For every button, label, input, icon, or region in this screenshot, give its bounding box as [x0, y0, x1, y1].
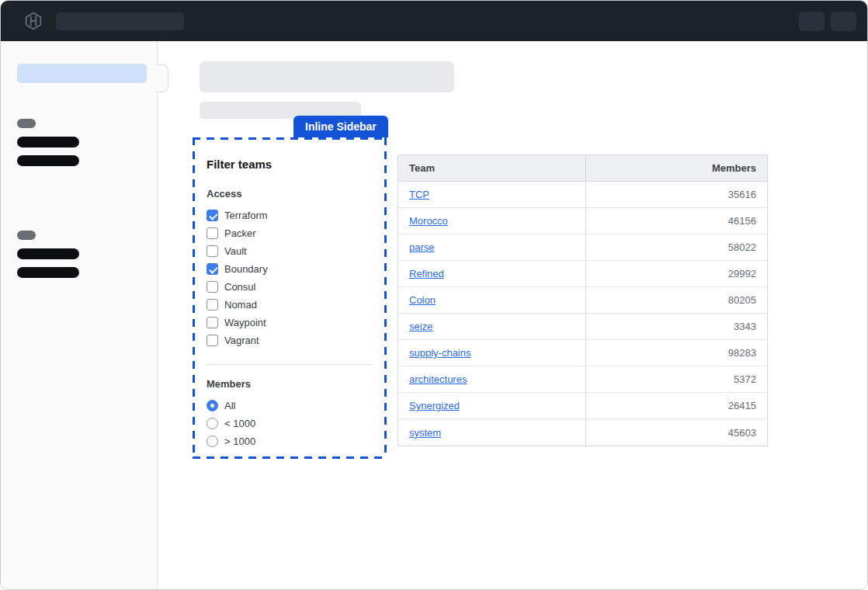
team-link[interactable]: Morocco — [409, 215, 448, 227]
members-options: All < 1000 > 1000 — [207, 397, 373, 450]
checkbox-label: Packer — [224, 227, 255, 239]
team-cell: Morocco — [398, 208, 585, 234]
access-checkbox-option[interactable]: Boundary — [207, 260, 373, 278]
table-row: Synergized 26415 — [398, 393, 767, 419]
member-count: 58022 — [585, 234, 767, 260]
team-link[interactable]: parse — [409, 241, 435, 253]
checkbox-label: Waypoint — [224, 317, 266, 328]
member-count: 3343 — [585, 314, 767, 339]
access-checkbox-option[interactable]: Consul — [207, 278, 373, 296]
nav-search-skeleton — [56, 12, 184, 30]
radio-icon[interactable] — [207, 436, 218, 447]
page-title-skeleton — [200, 61, 454, 92]
team-link[interactable]: system — [409, 427, 441, 439]
checkbox-label: Vagrant — [224, 335, 259, 346]
access-group-label: Access — [207, 188, 373, 200]
table-row: system 45603 — [398, 419, 767, 446]
checkbox-icon[interactable] — [207, 335, 218, 346]
member-count: 26415 — [585, 393, 767, 418]
member-count: 80205 — [585, 287, 767, 313]
checkbox-icon[interactable] — [207, 263, 218, 275]
access-checkbox-option[interactable]: Nomad — [207, 296, 373, 314]
annotation-badge: Inline Sidebar — [293, 116, 388, 137]
checkbox-label: Nomad — [224, 299, 257, 311]
checkbox-label: Vault — [224, 245, 247, 257]
sidebar-section-label-skeleton — [17, 119, 36, 128]
team-cell: supply-chains — [398, 340, 585, 366]
member-count: 45603 — [585, 419, 767, 446]
radio-label: > 1000 — [224, 436, 255, 447]
team-cell: Synergized — [398, 393, 585, 418]
sidebar-item-skeleton — [17, 137, 79, 148]
team-cell: TCP — [398, 182, 585, 207]
table-row: Morocco 46156 — [398, 208, 767, 234]
nav-button-skeleton — [831, 12, 856, 31]
member-count: 98283 — [585, 340, 767, 366]
column-header-team: Team — [398, 155, 585, 181]
team-link[interactable]: TCP — [409, 189, 429, 200]
access-checkbox-option[interactable]: Waypoint — [207, 314, 373, 331]
table-row: parse 58022 — [398, 234, 767, 261]
teams-table: Team Members TCP 35616 Morocco 46156 — [398, 154, 768, 446]
checkbox-icon[interactable] — [207, 299, 218, 311]
app-window: Inline Sidebar Filter teams Access Terra… — [0, 0, 868, 590]
checkbox-icon[interactable] — [207, 281, 218, 293]
members-radio-option[interactable]: > 1000 — [207, 432, 373, 450]
team-link[interactable]: Synergized — [409, 400, 460, 411]
sidebar-section-label-skeleton — [17, 231, 36, 240]
table-header-row: Team Members — [398, 155, 767, 182]
access-checkbox-option[interactable]: Packer — [207, 224, 373, 242]
table-body: TCP 35616 Morocco 46156 parse 58022 Refi… — [398, 182, 767, 446]
table-row: Colon 80205 — [398, 287, 767, 314]
team-link[interactable]: Refined — [409, 268, 444, 279]
checkbox-label: Boundary — [224, 263, 268, 275]
nav-button-skeleton — [799, 12, 825, 31]
checkbox-label: Terraform — [224, 210, 268, 221]
filter-divider — [207, 364, 373, 365]
sidebar-item-skeleton — [17, 248, 79, 259]
member-count: 46156 — [585, 208, 767, 234]
top-nav-bar — [1, 1, 867, 41]
team-cell: Refined — [398, 261, 585, 286]
table-row: seize 3343 — [398, 314, 767, 340]
team-cell: seize — [398, 314, 585, 339]
member-count: 35616 — [585, 182, 767, 207]
sidebar-item-skeleton — [17, 267, 79, 278]
access-checkbox-option[interactable]: Vagrant — [207, 331, 373, 349]
team-link[interactable]: supply-chains — [409, 347, 471, 359]
access-checkbox-option[interactable]: Terraform — [207, 206, 373, 224]
access-options: Terraform Packer Vault Boundary Consul N… — [207, 206, 373, 349]
checkbox-icon[interactable] — [207, 317, 218, 328]
radio-icon[interactable] — [207, 418, 218, 429]
table-row: supply-chains 98283 — [398, 340, 767, 366]
checkbox-icon[interactable] — [207, 210, 218, 221]
team-link[interactable]: Colon — [409, 294, 436, 306]
radio-label: < 1000 — [224, 418, 255, 429]
access-checkbox-option[interactable]: Vault — [207, 242, 373, 260]
team-cell: architectures — [398, 366, 585, 392]
table-row: architectures 5372 — [398, 366, 767, 393]
sidebar-toggle-handle[interactable] — [157, 64, 168, 92]
inline-sidebar-filter-panel: Filter teams Access Terraform Packer Vau… — [193, 137, 387, 459]
member-count: 29992 — [585, 261, 767, 286]
hashicorp-logo-icon — [24, 12, 43, 30]
main-content: Inline Sidebar Filter teams Access Terra… — [158, 41, 867, 589]
radio-icon[interactable] — [207, 400, 218, 411]
table-row: Refined 29992 — [398, 261, 767, 287]
member-count: 5372 — [585, 366, 767, 392]
team-link[interactable]: seize — [409, 321, 432, 332]
checkbox-icon[interactable] — [207, 245, 218, 257]
team-link[interactable]: architectures — [409, 373, 467, 385]
app-sidebar — [1, 41, 158, 589]
sidebar-item-skeleton — [17, 155, 79, 166]
column-header-members: Members — [585, 155, 767, 181]
team-cell: system — [398, 419, 585, 446]
checkbox-label: Consul — [224, 281, 255, 293]
radio-label: All — [224, 400, 235, 411]
team-cell: Colon — [398, 287, 585, 313]
team-cell: parse — [398, 234, 585, 260]
checkbox-icon[interactable] — [207, 227, 218, 239]
members-radio-option[interactable]: < 1000 — [207, 415, 373, 432]
members-radio-option[interactable]: All — [207, 397, 373, 415]
nav-actions — [799, 12, 856, 31]
